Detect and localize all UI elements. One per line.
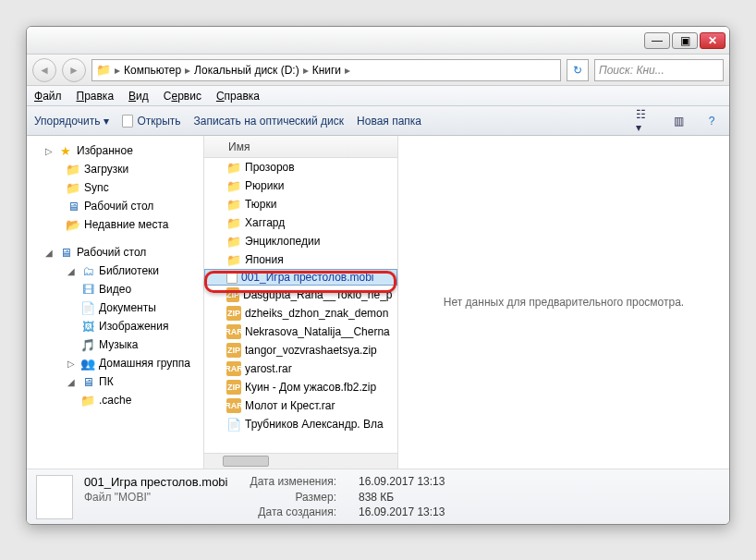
- body: ▷★Избранное 📁Загрузки 📁Sync 🖥Рабочий сто…: [27, 136, 729, 469]
- sidebar-item-downloads[interactable]: 📁Загрузки: [27, 160, 203, 178]
- desktop-icon: 🖥: [66, 199, 80, 213]
- search-placeholder: Поиск: Кни...: [599, 64, 665, 77]
- folder-icon: 📁: [226, 215, 241, 230]
- details-filetype: Файл "MOBI": [84, 491, 228, 504]
- refresh-button[interactable]: ↻: [567, 59, 589, 81]
- organize-button[interactable]: Упорядочить ▾: [34, 115, 109, 128]
- breadcrumb[interactable]: Книги: [312, 64, 341, 77]
- open-button[interactable]: Открыть: [122, 115, 180, 128]
- breadcrumb[interactable]: Локальный диск (D:): [194, 64, 299, 77]
- folder-icon: 📁: [96, 63, 111, 78]
- pc-icon: 🖥: [80, 374, 95, 389]
- menu-edit[interactable]: Правка: [77, 90, 115, 103]
- folder-icon: 📁: [80, 393, 95, 408]
- sidebar-item-video[interactable]: 🎞Видео: [27, 280, 203, 298]
- list-item[interactable]: 📁Прозоров: [204, 158, 397, 177]
- list-item[interactable]: 📁Япония: [204, 250, 397, 269]
- preview-pane-button[interactable]: ▥: [668, 112, 689, 130]
- music-icon: 🎵: [80, 337, 95, 352]
- column-header-name[interactable]: Имя: [204, 136, 397, 158]
- burn-button[interactable]: Записать на оптический диск: [194, 115, 345, 128]
- details-pane: 001_Игра престолов.mobi Дата изменения: …: [27, 469, 729, 524]
- preview-pane: Нет данных для предварительного просмотр…: [398, 136, 729, 469]
- explorer-window: — ▣ ✕ ◄ ► 📁 ▸ Компьютер ▸ Локальный диск…: [26, 26, 730, 525]
- sidebar-item-sync[interactable]: 📁Sync: [27, 178, 203, 197]
- sidebar-item-desktop-root[interactable]: ◢🖥Рабочий стол: [27, 243, 203, 262]
- file-list[interactable]: 📁Прозоров 📁Рюрики 📁Тюрки 📁Хаггард 📁Энцик…: [204, 158, 397, 453]
- details-size: 838 КБ: [359, 491, 445, 504]
- folder-icon: 📁: [226, 178, 241, 193]
- help-button[interactable]: ?: [701, 112, 722, 130]
- menu-tools[interactable]: Сервис: [164, 90, 201, 103]
- details-modified-label: Дата изменения:: [250, 475, 337, 489]
- rar-icon: RAR: [226, 398, 241, 413]
- list-item[interactable]: ZIPDasgupta_Rana__Tokio_ne_p: [204, 286, 397, 304]
- address-bar[interactable]: 📁 ▸ Компьютер ▸ Локальный диск (D:) ▸ Кн…: [91, 59, 561, 81]
- preview-empty-text: Нет данных для предварительного просмотр…: [444, 296, 684, 309]
- list-item-selected[interactable]: 001_Игра престолов.mobi: [204, 269, 397, 286]
- chevron-right-icon: ▸: [345, 64, 350, 77]
- list-item[interactable]: 📁Хаггард: [204, 213, 397, 232]
- file-pane: Имя 📁Прозоров 📁Рюрики 📁Тюрки 📁Хаггард 📁Э…: [204, 136, 398, 469]
- details-created-label: Дата создания:: [250, 505, 337, 518]
- breadcrumb[interactable]: Компьютер: [124, 64, 181, 77]
- sidebar-item-favorites[interactable]: ▷★Избранное: [27, 141, 203, 160]
- close-button[interactable]: ✕: [700, 32, 726, 49]
- details-created: 16.09.2017 13:13: [359, 505, 445, 518]
- menu-view[interactable]: Вид: [128, 90, 149, 103]
- file-icon: [122, 115, 133, 128]
- minimize-button[interactable]: —: [644, 32, 670, 49]
- zip-icon: ZIP: [226, 287, 239, 302]
- chevron-right-icon: ▸: [185, 64, 190, 77]
- list-item[interactable]: ZIPtangor_vozvrashaetsya.zip: [204, 341, 397, 359]
- homegroup-icon: 👥: [80, 356, 95, 371]
- chevron-down-icon: ▾: [104, 115, 109, 128]
- desktop-icon: 🖥: [58, 245, 73, 260]
- list-item[interactable]: ZIPdzheiks_dzhon_znak_demon: [204, 304, 397, 323]
- horizontal-scrollbar[interactable]: [204, 453, 397, 469]
- menu-file[interactable]: Файл: [34, 90, 62, 103]
- list-item[interactable]: 📁Тюрки: [204, 195, 397, 213]
- zip-icon: ZIP: [226, 380, 241, 395]
- sidebar-item-libraries[interactable]: ◢🗂Библиотеки: [27, 262, 203, 280]
- list-item[interactable]: 📄Трубников Александр. Вла: [204, 415, 397, 433]
- view-options-button[interactable]: ☷ ▾: [635, 112, 655, 130]
- chevron-right-icon: ▸: [115, 64, 120, 77]
- sidebar-item-music[interactable]: 🎵Музыка: [27, 335, 203, 354]
- list-item[interactable]: RARМолот и Крест.rar: [204, 396, 397, 415]
- sidebar-item-pc[interactable]: ◢🖥ПК: [27, 372, 203, 391]
- document-icon: 📄: [80, 300, 95, 315]
- file-icon: [226, 271, 238, 284]
- sidebar-item-homegroup[interactable]: ▷👥Домашняя группа: [27, 354, 203, 372]
- details-modified: 16.09.2017 13:13: [359, 475, 445, 489]
- chevron-right-icon: ▸: [303, 64, 309, 77]
- sidebar-item-cache[interactable]: 📁.cache: [27, 391, 203, 409]
- list-item[interactable]: ZIPКуин - Дом ужасов.fb2.zip: [204, 378, 397, 396]
- menu-help[interactable]: Справка: [216, 90, 260, 103]
- recent-icon: 📂: [66, 217, 80, 232]
- list-item[interactable]: 📁Энциклопедии: [204, 232, 397, 250]
- sidebar-item-documents[interactable]: 📄Документы: [27, 298, 203, 317]
- picture-icon: 🖼: [80, 319, 95, 334]
- back-button[interactable]: ◄: [32, 58, 56, 82]
- sidebar-item-desktop[interactable]: 🖥Рабочий стол: [27, 197, 203, 215]
- forward-button[interactable]: ►: [62, 58, 86, 82]
- rar-icon: RAR: [226, 361, 241, 376]
- folder-icon: 📁: [66, 180, 80, 195]
- new-folder-button[interactable]: Новая папка: [357, 115, 421, 128]
- folder-icon: 📁: [66, 162, 80, 177]
- menubar: Файл Правка Вид Сервис Справка: [27, 86, 729, 106]
- sidebar-item-pictures[interactable]: 🖼Изображения: [27, 317, 203, 335]
- list-item[interactable]: RARNekrasova_Natalija__Cherna: [204, 323, 397, 341]
- list-item[interactable]: RARyarost.rar: [204, 359, 397, 378]
- list-item[interactable]: 📁Рюрики: [204, 177, 397, 195]
- folder-icon: 📁: [226, 160, 241, 175]
- navbar: ◄ ► 📁 ▸ Компьютер ▸ Локальный диск (D:) …: [27, 55, 729, 86]
- sidebar: ▷★Избранное 📁Загрузки 📁Sync 🖥Рабочий сто…: [27, 136, 204, 469]
- maximize-button[interactable]: ▣: [672, 32, 698, 49]
- scrollbar-thumb[interactable]: [223, 456, 269, 467]
- zip-icon: ZIP: [226, 306, 241, 321]
- sidebar-item-recent[interactable]: 📂Недавние места: [27, 215, 203, 234]
- search-input[interactable]: Поиск: Кни...: [594, 59, 724, 81]
- details-size-label: Размер:: [250, 491, 337, 504]
